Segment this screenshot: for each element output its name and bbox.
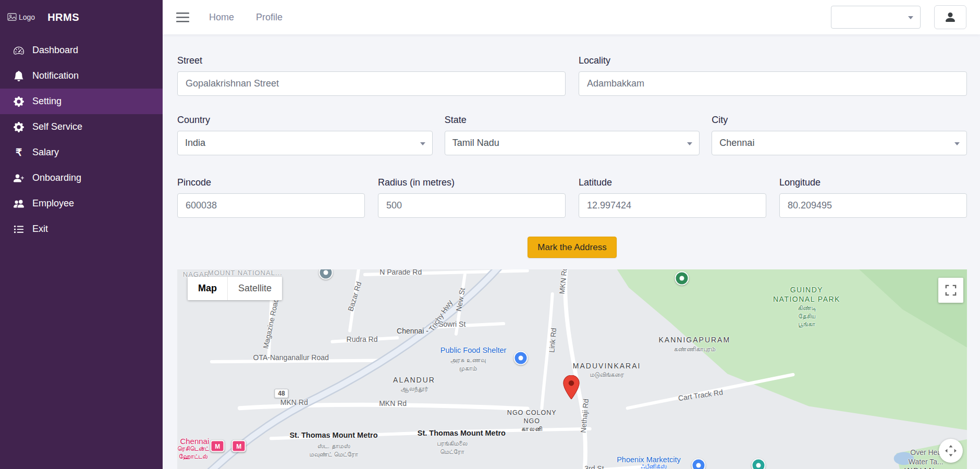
map-label: Rudra Rd [347, 335, 378, 344]
sidebar-item-label: Exit [32, 224, 48, 234]
map-label: MKN Rd [280, 399, 308, 408]
map-label: Link Rd [547, 328, 559, 353]
map-canvas[interactable]: NAGARMOUNT NATIONAL...N Parade RdBazar R… [177, 269, 967, 469]
lodging-poi [752, 459, 766, 469]
person-plus-icon [14, 173, 24, 183]
map-type-controls: Map Satellite [188, 277, 282, 300]
city-field-group: City Chennai [712, 115, 967, 155]
country-label: Country [177, 115, 433, 126]
hamburger-menu-icon[interactable] [176, 13, 189, 22]
sidebar-item-notification[interactable]: Notification [0, 63, 163, 89]
sidebar-menu: Dashboard Notification Setting Self Serv… [0, 38, 163, 242]
address-form: Street Locality Country India State [163, 34, 980, 469]
pincode-input[interactable] [177, 193, 365, 218]
sidebar-item-label: Self Service [32, 121, 82, 132]
bell-icon [14, 71, 24, 81]
map-label: INDIAN INSTITU... [896, 466, 944, 469]
sidebar-item-label: Employee [32, 198, 74, 209]
radius-field-group: Radius (in metres) [378, 177, 566, 218]
map-marker[interactable] [563, 375, 580, 401]
sidebar-item-employee[interactable]: Employee [0, 191, 163, 216]
map-label: MKN Rd [557, 269, 569, 294]
sidebar-item-salary[interactable]: ₹ Salary [0, 140, 163, 165]
map-label: Phoenix Marketcity [617, 455, 681, 464]
sidebar-item-onboarding[interactable]: Onboarding [0, 165, 163, 191]
map-label: GUINDY NATIONAL PARK [773, 286, 840, 304]
country-select-value: India [185, 138, 205, 149]
nav-home-link[interactable]: Home [209, 12, 234, 23]
pan-arrows-icon [945, 445, 957, 457]
map-label: MADUVINKARAI [573, 362, 641, 371]
pan-control-button[interactable] [939, 439, 963, 463]
list-icon [14, 224, 24, 234]
map-view-button[interactable]: Map [188, 277, 227, 300]
sidebar-item-exit[interactable]: Exit [0, 216, 163, 242]
speedometer-icon [14, 45, 24, 56]
map-label: கண்ணிகாபுரம் [673, 346, 715, 354]
city-label: City [712, 115, 967, 126]
main-area: Home Profile Street Locality [163, 0, 980, 469]
map-label: Magazine Road [262, 298, 281, 350]
food-shelter-poi [514, 351, 528, 365]
map-label: ஸ்ட. தாமஸ் மவுண்ட் மெட்ரோ [309, 442, 358, 459]
pincode-field-group: Pincode [177, 177, 365, 218]
map-label: St. Thomas Mount Metro [289, 430, 377, 440]
map-label: Nethaji Rd [579, 399, 591, 434]
map-label: MKN Rd [379, 399, 407, 409]
map-label: Cart Track Rd [678, 388, 724, 403]
map-label: Bazar Rd [346, 281, 364, 313]
map-label: New St [454, 288, 467, 312]
profile-button[interactable] [934, 5, 966, 29]
sidebar-item-label: Setting [32, 96, 62, 107]
gear-icon [14, 122, 24, 132]
country-field-group: Country India [177, 115, 433, 155]
state-label: State [445, 115, 700, 126]
sidebar-item-dashboard[interactable]: Dashboard [0, 38, 163, 63]
fullscreen-icon [945, 285, 957, 296]
topbar-right [831, 5, 966, 29]
metro-station-badge: M [211, 440, 225, 452]
country-select[interactable]: India [177, 131, 433, 155]
fullscreen-button[interactable] [938, 278, 963, 303]
nav-profile-link[interactable]: Profile [256, 12, 283, 23]
pincode-label: Pincode [177, 177, 365, 188]
topbar: Home Profile [163, 0, 980, 34]
person-icon [944, 11, 957, 23]
map-label: Trichy Hwy [427, 299, 455, 334]
city-select[interactable]: Chennai [712, 131, 967, 155]
app-title: HRMS [47, 11, 79, 23]
locality-field-group: Locality [579, 55, 967, 96]
city-select-value: Chennai [719, 138, 754, 149]
gear-icon [14, 96, 24, 107]
map-label: OTA-Nanganallur Road [253, 353, 329, 363]
sidebar-item-setting[interactable]: Setting [0, 89, 163, 114]
sidebar-item-label: Dashboard [32, 45, 78, 56]
map-label: Public Food Shelter [440, 345, 507, 355]
sidebar-item-label: Onboarding [32, 172, 81, 183]
metro-station-badge: M [232, 440, 246, 452]
state-field-group: State Tamil Nadu [445, 115, 700, 155]
account-select[interactable] [831, 6, 921, 29]
mall-poi [691, 459, 705, 469]
app-window: Logo HRMS Dashboard Notification Setting… [0, 0, 980, 469]
radius-input[interactable] [378, 193, 566, 218]
map-label: மடுவிங்கரை [590, 371, 624, 379]
mark-address-button[interactable]: Mark the Address [528, 237, 616, 258]
street-field-group: Street [177, 55, 566, 96]
sidebar: Logo HRMS Dashboard Notification Setting… [0, 0, 163, 469]
logo-alt-text: Logo [19, 13, 35, 21]
map-label: கிண்டி தேசிய பூங்கா [798, 304, 816, 329]
latitude-input[interactable] [579, 193, 766, 218]
satellite-view-button[interactable]: Satellite [227, 277, 282, 300]
locality-input[interactable] [579, 71, 967, 96]
longitude-input[interactable] [779, 193, 967, 218]
longitude-label: Longitude [779, 177, 967, 188]
map-label: ஆலந்தூர் [400, 386, 428, 394]
map-labels-layer: NAGARMOUNT NATIONAL...N Parade RdBazar R… [177, 269, 967, 469]
sidebar-item-self-service[interactable]: Self Service [0, 114, 163, 140]
street-input[interactable] [177, 71, 566, 96]
state-select[interactable]: Tamil Nadu [445, 131, 700, 155]
map-label: ALANDUR [393, 376, 435, 385]
map-label: ஃபீனிக்ஸ் மார்க்கெட் [639, 463, 667, 469]
map-label: Over Hea Water Ta... [909, 448, 944, 466]
